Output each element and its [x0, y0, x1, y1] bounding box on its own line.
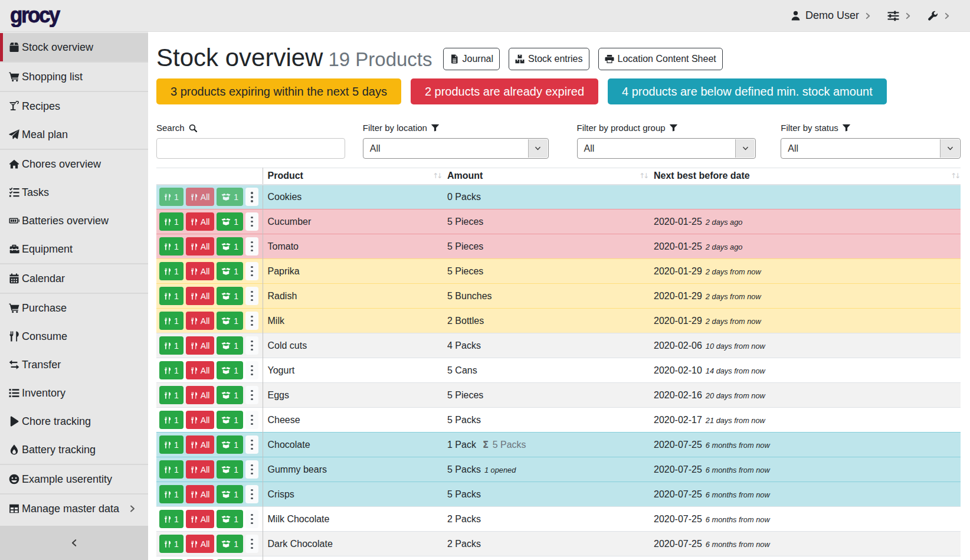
- sidebar-item-battery-tracking[interactable]: Battery tracking: [0, 435, 148, 464]
- status-info-button[interactable]: 4 products are below defined min. stock …: [608, 78, 887, 104]
- consume-one-button[interactable]: 1: [159, 535, 183, 553]
- user-menu[interactable]: Demo User: [791, 9, 871, 22]
- sidebar-item-chores-overview[interactable]: Chores overview: [0, 149, 148, 178]
- row-menu-button[interactable]: [245, 510, 258, 528]
- filter-by-product-group-select[interactable]: All: [577, 138, 756, 159]
- consume-all-button[interactable]: All: [186, 336, 215, 355]
- consume-one-button[interactable]: 1: [159, 460, 183, 479]
- open-one-button[interactable]: 1: [217, 312, 243, 330]
- filter-by-status-select[interactable]: All: [781, 138, 961, 159]
- consume-all-button[interactable]: All: [186, 535, 215, 553]
- open-one-button[interactable]: 1: [217, 262, 243, 280]
- column-header-next-best-before-date[interactable]: Next best before date↑↓: [649, 168, 961, 185]
- open-one-button[interactable]: 1: [217, 435, 243, 454]
- open-one-button[interactable]: 1: [217, 485, 243, 503]
- status-warning-button[interactable]: 3 products expiring within the next 5 da…: [156, 78, 401, 104]
- sidebar-item-calendar[interactable]: Calendar: [0, 263, 148, 293]
- row-menu-button[interactable]: [245, 535, 258, 553]
- sidebar-item-inventory[interactable]: Inventory: [0, 379, 148, 407]
- consume-all-button[interactable]: All: [186, 212, 215, 231]
- open-one-button[interactable]: 1: [217, 212, 243, 231]
- amount-cell: 5 Packs: [443, 408, 649, 433]
- consume-all-button[interactable]: All: [186, 287, 215, 305]
- consume-one-button[interactable]: 1: [159, 361, 183, 379]
- page-title: Stock overview19 Products: [156, 44, 432, 71]
- search-input[interactable]: [156, 138, 345, 159]
- status-danger-button[interactable]: 2 products are already expired: [411, 78, 598, 104]
- row-menu-button[interactable]: [245, 485, 258, 503]
- consume-one-button[interactable]: 1: [159, 485, 183, 503]
- consume-one-button[interactable]: 1: [159, 262, 183, 280]
- row-menu-button[interactable]: [245, 188, 258, 206]
- sidebar-item-recipes[interactable]: Recipes: [0, 91, 148, 120]
- filter-by-location-select[interactable]: All: [363, 138, 549, 159]
- product-row-cold-cuts: 1All1Cold cuts4 Packs2020-02-0610 days f…: [156, 333, 961, 358]
- consume-one-button[interactable]: 1: [159, 212, 183, 231]
- consume-one-button[interactable]: 1: [159, 312, 183, 330]
- open-one-button[interactable]: 1: [217, 535, 243, 553]
- sidebar-item-stock-overview[interactable]: Stock overview: [0, 33, 148, 61]
- column-header-product[interactable]: Product↑↓: [263, 168, 443, 185]
- sidebar-item-chore-tracking[interactable]: Chore tracking: [0, 407, 148, 435]
- consume-one-button[interactable]: 1: [159, 237, 183, 256]
- app-logo[interactable]: grocy: [10, 4, 59, 25]
- sidebar-item-manage-master-data[interactable]: Manage master data: [0, 493, 148, 523]
- open-one-button[interactable]: 1: [217, 361, 243, 379]
- row-menu-button[interactable]: [245, 336, 258, 355]
- row-menu-button[interactable]: [245, 386, 258, 404]
- consume-one-button[interactable]: 1: [159, 188, 183, 206]
- row-menu-button[interactable]: [245, 212, 258, 231]
- settings-menu[interactable]: [887, 10, 912, 22]
- row-menu-button[interactable]: [245, 237, 258, 256]
- open-one-button[interactable]: 1: [217, 510, 243, 528]
- consume-all-button[interactable]: All: [186, 188, 215, 206]
- sidebar-item-batteries-overview[interactable]: Batteries overview: [0, 207, 148, 235]
- consume-all-button[interactable]: All: [186, 361, 215, 379]
- row-menu-button[interactable]: [245, 361, 258, 379]
- consume-all-button[interactable]: All: [186, 485, 215, 503]
- stock-entries-button[interactable]: Stock entries: [509, 48, 589, 70]
- open-one-button[interactable]: 1: [217, 411, 243, 429]
- sidebar-item-meal-plan[interactable]: Meal plan: [0, 120, 148, 149]
- consume-all-button[interactable]: All: [186, 460, 215, 479]
- sidebar-item-consume[interactable]: Consume: [0, 322, 148, 351]
- consume-one-button[interactable]: 1: [159, 287, 183, 305]
- location-content-sheet-button[interactable]: Location Content Sheet: [598, 48, 723, 70]
- row-menu-button[interactable]: [245, 411, 258, 429]
- open-one-button[interactable]: 1: [217, 287, 243, 305]
- consume-all-button[interactable]: All: [186, 237, 215, 256]
- sidebar-item-label: Recipes: [22, 100, 60, 113]
- sidebar-item-example-userentity[interactable]: Example userentity: [0, 464, 148, 493]
- sidebar-item-transfer[interactable]: Transfer: [0, 351, 148, 379]
- consume-one-button[interactable]: 1: [159, 411, 183, 429]
- consume-all-button[interactable]: All: [186, 411, 215, 429]
- consume-all-button[interactable]: All: [186, 435, 215, 454]
- open-one-button[interactable]: 1: [217, 460, 243, 479]
- sidebar-collapse-button[interactable]: [0, 526, 148, 560]
- column-header-amount[interactable]: Amount↑↓: [443, 168, 649, 185]
- row-menu-button[interactable]: [245, 312, 258, 330]
- consume-one-button[interactable]: 1: [159, 435, 183, 454]
- consume-all-button[interactable]: All: [186, 386, 215, 404]
- open-one-button[interactable]: 1: [217, 237, 243, 256]
- open-one-button[interactable]: 1: [217, 386, 243, 404]
- consume-all-button[interactable]: All: [186, 262, 215, 280]
- consume-all-button[interactable]: All: [186, 510, 215, 528]
- consume-one-button[interactable]: 1: [159, 386, 183, 404]
- journal-button[interactable]: Journal: [443, 48, 500, 70]
- consume-one-button[interactable]: 1: [159, 336, 183, 355]
- admin-menu[interactable]: [928, 11, 951, 21]
- open-one-button[interactable]: 1: [217, 336, 243, 355]
- open-one-button[interactable]: 1: [217, 188, 243, 206]
- sidebar-item-purchase[interactable]: Purchase: [0, 293, 148, 322]
- row-menu-button[interactable]: [245, 262, 258, 280]
- sidebar-item-shopping-list[interactable]: Shopping list: [0, 61, 148, 91]
- row-menu-button[interactable]: [245, 460, 258, 479]
- row-menu-button[interactable]: [245, 287, 258, 305]
- consume-one-button[interactable]: 1: [159, 510, 183, 528]
- column-header-actions: [156, 168, 263, 185]
- sidebar-item-tasks[interactable]: Tasks: [0, 178, 148, 207]
- consume-all-button[interactable]: All: [186, 312, 215, 330]
- sidebar-item-equipment[interactable]: Equipment: [0, 235, 148, 263]
- row-menu-button[interactable]: [245, 435, 258, 454]
